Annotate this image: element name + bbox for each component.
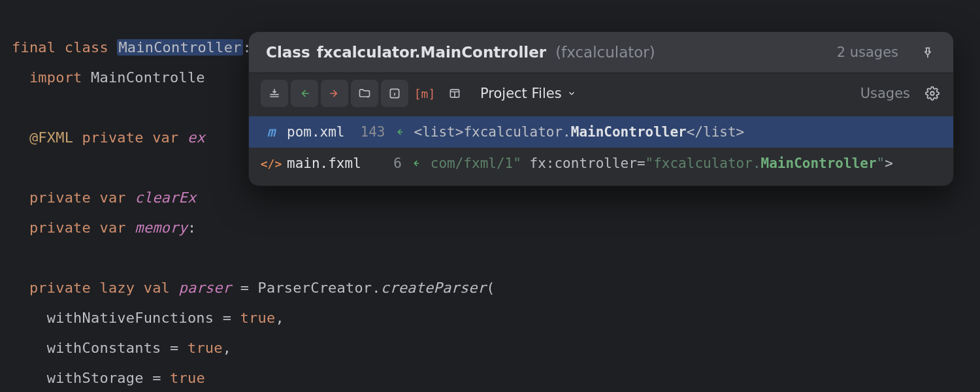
usage-count-label: 2 usages bbox=[837, 44, 898, 60]
svg-point-2 bbox=[930, 91, 934, 95]
scope-dropdown[interactable]: Project Files bbox=[480, 86, 576, 101]
keyword-class: class bbox=[65, 39, 108, 56]
toolbar-open-tool-window-button[interactable] bbox=[261, 80, 288, 107]
pin-icon bbox=[921, 46, 934, 59]
result-snippet: com/fxml/1" fx:controller="fxcalculator.… bbox=[431, 155, 893, 171]
var-memory: memory bbox=[135, 220, 188, 236]
class-name-highlight[interactable]: MainController bbox=[117, 39, 242, 56]
find-usages-popup: Class fxcalculator.MainController (fxcal… bbox=[248, 31, 954, 186]
toolbar-maven-filter-button[interactable]: [m] bbox=[411, 80, 438, 107]
arrow-out-red-icon bbox=[328, 87, 341, 100]
read-access-icon bbox=[410, 157, 423, 170]
result-row-fxml[interactable]: </> main.fxml 6 com/fxml/1" fx:controlle… bbox=[249, 148, 953, 179]
read-access-icon bbox=[393, 125, 406, 139]
results-list: m pom.xml 143 <list>fxcalculator.MainCon… bbox=[249, 114, 953, 186]
var-clearex: clearEx bbox=[135, 189, 196, 206]
xml-file-icon: </> bbox=[263, 157, 279, 171]
toolbar-new-folder-button[interactable] bbox=[351, 80, 378, 107]
popup-title-prefix: Class bbox=[266, 44, 310, 61]
usages-filter-label[interactable]: Usages bbox=[860, 86, 910, 101]
pin-button[interactable] bbox=[919, 44, 936, 61]
annotation-fxml: @FXML bbox=[29, 129, 73, 146]
result-line-number: 6 bbox=[374, 155, 402, 171]
popup-header: Class fxcalculator.MainController (fxcal… bbox=[249, 32, 953, 73]
val-parser: parser bbox=[179, 280, 232, 296]
import-identifier: MainControlle bbox=[91, 69, 205, 86]
result-row-pom[interactable]: m pom.xml 143 <list>fxcalculator.MainCon… bbox=[249, 116, 953, 148]
folder-star-icon bbox=[358, 87, 371, 100]
settings-button[interactable] bbox=[923, 84, 941, 103]
download-icon bbox=[268, 87, 281, 100]
popup-title-module: (fxcalculator) bbox=[555, 44, 655, 61]
popup-toolbar: [m] Project Files Usages bbox=[249, 73, 953, 114]
maven-file-icon: m bbox=[263, 124, 279, 140]
maven-m-icon: [m] bbox=[414, 87, 436, 101]
chevron-down-icon bbox=[567, 89, 576, 98]
toolbar-show-write-button[interactable] bbox=[321, 80, 348, 107]
result-snippet: <list>fxcalculator.MainController</list> bbox=[414, 124, 745, 140]
method-createparser: createParser bbox=[381, 280, 486, 296]
result-file-name: pom.xml bbox=[287, 124, 345, 140]
toolbar-show-read-button[interactable] bbox=[291, 80, 318, 107]
info-icon bbox=[388, 87, 401, 100]
result-line-number: 143 bbox=[358, 124, 385, 140]
preview-panel-icon bbox=[448, 87, 461, 100]
popup-title-class: fxcalculator.MainController bbox=[317, 44, 546, 61]
var-ex: ex bbox=[188, 129, 205, 146]
scope-label: Project Files bbox=[480, 86, 562, 101]
keyword-final: final bbox=[12, 39, 56, 56]
keyword-import: import bbox=[29, 69, 82, 86]
arrow-in-green-icon bbox=[298, 87, 311, 100]
gear-icon bbox=[925, 86, 939, 101]
toolbar-preview-button[interactable] bbox=[441, 80, 468, 107]
toolbar-info-button[interactable] bbox=[381, 80, 408, 107]
result-file-name: main.fxml bbox=[287, 155, 361, 171]
